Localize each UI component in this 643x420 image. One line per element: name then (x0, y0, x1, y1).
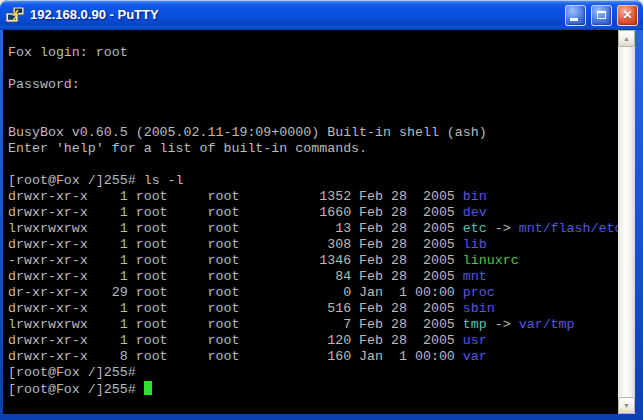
terminal-line: drwxr-xr-x 1 root root 120 Feb 28 2005 u… (8, 333, 618, 349)
maximize-button[interactable] (591, 5, 612, 26)
terminal-cursor (144, 381, 152, 395)
terminal-line (8, 93, 618, 109)
scrollbar-track[interactable] (618, 47, 635, 397)
terminal-line: [root@Fox /]255# (8, 381, 618, 397)
close-button[interactable]: ✕ (617, 5, 638, 26)
maximize-icon (597, 11, 606, 19)
terminal-line: Fox login: root (8, 45, 618, 61)
terminal-screen[interactable]: Fox login: rootPassword:BusyBox v0.60.5 … (3, 30, 618, 414)
terminal-line: drwxr-xr-x 1 root root 308 Feb 28 2005 l… (8, 237, 618, 253)
terminal-line: dr-xr-xr-x 29 root root 0 Jan 1 00:00 pr… (8, 285, 618, 301)
minimize-button[interactable] (565, 5, 586, 26)
scroll-down-icon: ▼ (623, 402, 630, 409)
close-icon: ✕ (622, 9, 632, 21)
scroll-up-button[interactable]: ▲ (618, 30, 635, 47)
terminal-line: [root@Fox /]255# ls -l (8, 173, 618, 189)
scrollbar[interactable]: ▲ ▼ (618, 30, 635, 414)
terminal-line: [root@Fox /]255# (8, 365, 618, 381)
title-bar[interactable]: 192.168.0.90 - PuTTY ✕ (0, 0, 643, 30)
scroll-down-button[interactable]: ▼ (618, 397, 635, 414)
putty-app-icon (5, 7, 25, 24)
terminal-body: Fox login: rootPassword:BusyBox v0.60.5 … (3, 30, 635, 414)
terminal-line (8, 157, 618, 173)
terminal-line: lrwxrwxrwx 1 root root 7 Feb 28 2005 tmp… (8, 317, 618, 333)
terminal-line: Password: (8, 77, 618, 93)
minimize-icon (570, 18, 578, 21)
terminal-line: -rwxr-xr-x 1 root root 1346 Feb 28 2005 … (8, 253, 618, 269)
scroll-up-icon: ▲ (623, 35, 630, 42)
terminal-line: lrwxrwxrwx 1 root root 13 Feb 28 2005 et… (8, 221, 618, 237)
terminal-line: drwxr-xr-x 8 root root 160 Jan 1 00:00 v… (8, 349, 618, 365)
terminal-line: Enter 'help' for a list of built-in comm… (8, 141, 618, 157)
terminal-line: drwxr-xr-x 1 root root 516 Feb 28 2005 s… (8, 301, 618, 317)
terminal-line: drwxr-xr-x 1 root root 1660 Feb 28 2005 … (8, 205, 618, 221)
terminal-line (8, 61, 618, 77)
putty-window: 192.168.0.90 - PuTTY ✕ Fox login: rootPa… (0, 0, 643, 420)
terminal-line: drwxr-xr-x 1 root root 1352 Feb 28 2005 … (8, 189, 618, 205)
terminal-line (8, 109, 618, 125)
window-title: 192.168.0.90 - PuTTY (30, 7, 560, 23)
terminal-line: BusyBox v0.60.5 (2005.02.11-19:09+0000) … (8, 125, 618, 141)
terminal-line: drwxr-xr-x 1 root root 84 Feb 28 2005 mn… (8, 269, 618, 285)
